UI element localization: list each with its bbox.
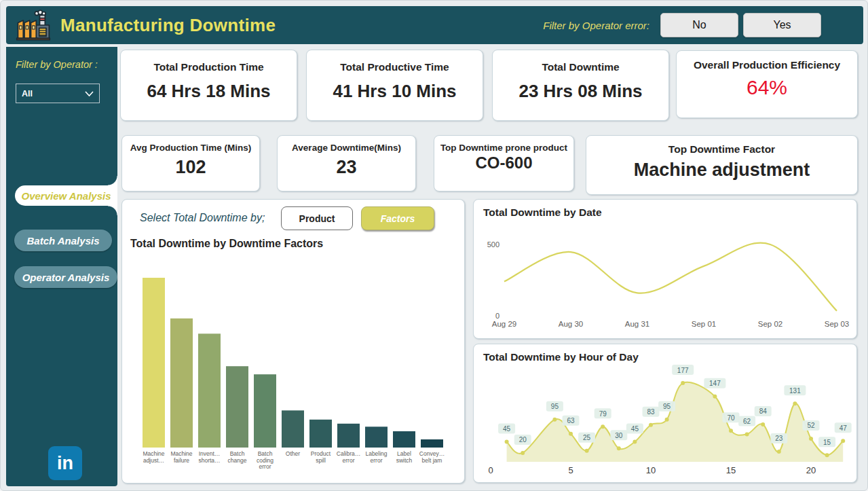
- downtime-by-date-line-chart[interactable]: 5000Aug 29Aug 30Aug 31Sep 01Sep 02Sep 03: [474, 217, 858, 340]
- kpi-card-top-downtime-product: Top Downtime prone product CO-600: [434, 135, 574, 192]
- operator-dropdown-value: All: [22, 89, 85, 98]
- kpi-title: Total Production Time: [153, 60, 263, 73]
- svg-text:95: 95: [551, 403, 559, 410]
- filter-no-button[interactable]: No: [660, 13, 738, 37]
- factory-logo-icon: [16, 10, 51, 41]
- svg-text:15: 15: [823, 439, 831, 446]
- svg-text:Sep 02: Sep 02: [758, 320, 782, 328]
- downtime-by-hour-panel: Total Downtime by Hour of Day 0510152045…: [473, 344, 857, 483]
- svg-text:177: 177: [677, 367, 689, 374]
- kpi-value: 64%: [747, 76, 787, 99]
- svg-text:47: 47: [839, 424, 848, 432]
- svg-text:Invent…shorta…: Invent…shorta…: [198, 450, 220, 464]
- svg-text:30: 30: [615, 432, 623, 439]
- operator-dropdown[interactable]: All: [16, 84, 100, 103]
- svg-text:131: 131: [789, 387, 801, 395]
- kpi-value: 102: [175, 157, 206, 178]
- svg-text:23: 23: [775, 435, 783, 442]
- kpi-card-average-downtime: Average Downtime(Mins) 23: [277, 135, 416, 192]
- header: Manufacturing Downtime Filter by Operato…: [6, 6, 863, 44]
- svg-text:Aug 31: Aug 31: [625, 320, 649, 328]
- svg-text:45: 45: [631, 425, 639, 433]
- svg-text:45: 45: [503, 425, 511, 433]
- svg-text:52: 52: [807, 422, 815, 429]
- kpi-value: 64 Hrs 18 Mins: [147, 81, 270, 102]
- kpi-title: Total Productive Time: [340, 60, 449, 73]
- brand: Manufacturing Downtime: [16, 9, 276, 41]
- svg-text:63: 63: [567, 417, 575, 424]
- svg-text:Machinefailure: Machinefailure: [170, 450, 192, 464]
- kpi-title: Overall Production Efficiency: [694, 58, 840, 71]
- sidebar: Filter by Operator : All Overview Analys…: [6, 47, 117, 486]
- svg-text:5: 5: [568, 465, 573, 475]
- svg-text:Batchchange: Batchchange: [228, 450, 247, 464]
- svg-text:20: 20: [519, 436, 527, 443]
- linkedin-icon[interactable]: in: [48, 446, 82, 480]
- kpi-value: 41 Hrs 10 Mins: [333, 81, 456, 102]
- svg-text:147: 147: [709, 380, 721, 387]
- svg-text:500: 500: [487, 240, 499, 249]
- downtime-by-selector-label: Select Total Downtime by;: [140, 212, 265, 224]
- kpi-title: Top Downtime Factor: [668, 143, 775, 156]
- select-product-button[interactable]: Product: [281, 206, 353, 230]
- kpi-card-total-downtime: Total Downtime 23 Hrs 08 Mins: [492, 50, 669, 121]
- svg-text:Productspill: Productspill: [311, 450, 331, 464]
- kpi-card-total-production-time: Total Production Time 64 Hrs 18 Mins: [120, 50, 297, 121]
- dashboard-root: Manufacturing Downtime Filter by Operato…: [0, 0, 868, 491]
- svg-text:Other: Other: [286, 450, 300, 457]
- kpi-value: 23 Hrs 08 Mins: [518, 81, 642, 102]
- kpi-title: Top Downtime prone product: [440, 143, 567, 153]
- operator-filter-label: Filter by Operator :: [16, 59, 98, 70]
- kpi-title: Average Downtime(Mins): [292, 143, 401, 154]
- kpi-value: Machine adjustment: [634, 160, 810, 181]
- tab-overview-analysis[interactable]: Overview Analysis: [15, 185, 117, 206]
- downtime-factors-bar-chart[interactable]: Machineadjust…MachinefailureInvent…short…: [122, 264, 466, 484]
- kpi-value: 23: [336, 157, 356, 178]
- kpi-title: Avg Production Time (Mins): [130, 143, 252, 154]
- svg-text:Aug 29: Aug 29: [492, 320, 516, 328]
- kpi-card-top-downtime-factor: Top Downtime Factor Machine adjustment: [586, 135, 858, 195]
- kpi-title: Total Downtime: [542, 60, 619, 73]
- svg-text:Labelswitch: Labelswitch: [396, 450, 413, 464]
- bar-chart-title: Total Downtime by Downtime Factors: [130, 238, 323, 250]
- svg-text:70: 70: [727, 414, 735, 422]
- svg-text:62: 62: [743, 418, 751, 425]
- downtime-by-hour-area-chart[interactable]: 0510152045209563257930458395177147706284…: [474, 363, 858, 484]
- select-factors-button[interactable]: Factors: [361, 206, 434, 230]
- svg-text:Convey…belt jam: Convey…belt jam: [419, 450, 445, 464]
- svg-text:84: 84: [759, 407, 768, 415]
- tab-operator-analysis[interactable]: Operator Analysis: [14, 266, 117, 288]
- svg-text:15: 15: [726, 465, 736, 475]
- kpi-card-overall-production-efficiency: Overall Production Efficiency 64%: [676, 50, 858, 118]
- page-title: Manufacturing Downtime: [60, 15, 276, 36]
- svg-text:Aug 30: Aug 30: [559, 320, 583, 328]
- downtime-factors-panel: Select Total Downtime by; Product Factor…: [121, 199, 465, 484]
- svg-text:25: 25: [583, 434, 591, 441]
- svg-text:Sep 03: Sep 03: [825, 320, 849, 328]
- kpi-card-avg-production-time: Avg Production Time (Mins) 102: [121, 135, 260, 192]
- svg-text:10: 10: [646, 465, 656, 475]
- svg-text:0: 0: [488, 465, 493, 475]
- operator-error-filter-label: Filter by Operator error:: [543, 20, 649, 31]
- svg-text:79: 79: [599, 410, 607, 418]
- hour-chart-title: Total Downtime by Hour of Day: [483, 351, 639, 363]
- svg-text:Batchcodingerror: Batchcodingerror: [257, 450, 273, 470]
- operator-error-filter: Filter by Operator error: No Yes: [543, 6, 821, 44]
- svg-text:Machineadjust…: Machineadjust…: [143, 450, 164, 464]
- kpi-card-total-productive-time: Total Productive Time 41 Hrs 10 Mins: [306, 50, 483, 121]
- chevron-down-icon: [85, 91, 94, 96]
- svg-text:0: 0: [495, 312, 499, 320]
- svg-text:Calibra…error: Calibra…error: [337, 450, 360, 464]
- kpi-value: CO-600: [475, 153, 532, 172]
- filter-yes-button[interactable]: Yes: [743, 13, 821, 37]
- svg-text:95: 95: [663, 403, 671, 410]
- svg-text:20: 20: [806, 465, 816, 475]
- svg-text:Labelingerror: Labelingerror: [365, 450, 387, 464]
- downtime-by-date-panel: Total Downtime by Date 5000Aug 29Aug 30A…: [473, 199, 857, 339]
- tab-batch-analysis[interactable]: Batch Analysis: [14, 230, 112, 251]
- svg-text:Sep 01: Sep 01: [692, 320, 716, 328]
- svg-text:83: 83: [647, 408, 655, 416]
